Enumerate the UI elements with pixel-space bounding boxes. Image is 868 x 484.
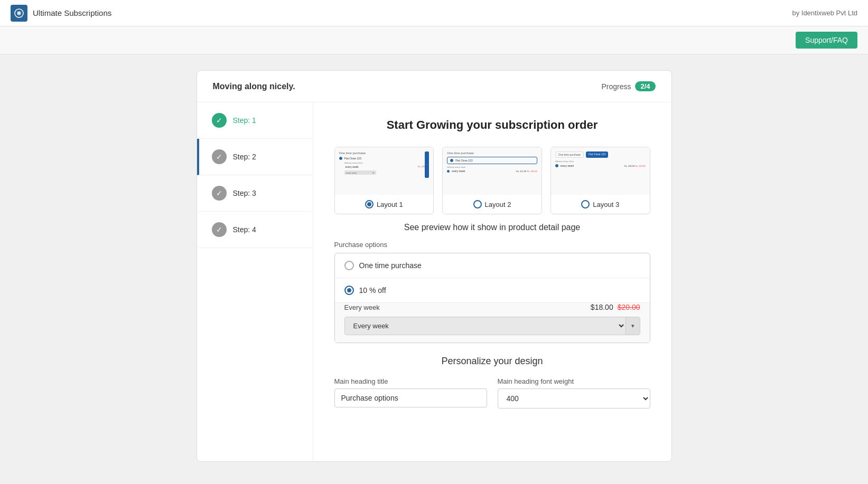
brand-name: Ultimate Subscriptions [33,8,111,17]
step4-check-icon: ✓ [212,222,227,237]
personalize-title: Personalize your design [334,356,650,367]
layout-card-2[interactable]: One time purchase Flat Close 123 deliver… [442,147,542,214]
frequency-select-wrap[interactable]: Every week Every 2 weeks Every month ▾ [344,317,640,335]
layout-card-1[interactable]: One time purchase Flat Close 123 deliver… [334,147,434,214]
vendor-label: by Identixweb Pvt Ltd [792,9,857,17]
progress-badge: 2/4 [635,81,655,91]
heading-title-group: Main heading title [334,377,487,409]
app-logo-icon [11,5,27,22]
price-display: $18.00 $20.00 [591,303,640,311]
layout1-preview: One time purchase Flat Close 123 deliver… [335,147,434,195]
select-arrow-icon: ▾ [626,317,640,335]
sidebar-item-step2[interactable]: ✓ Step: 2 [197,139,313,175]
progress-wrap: Progress 2/4 [601,81,655,91]
personalize-form-row: Main heading title Main heading font wei… [334,377,650,409]
panel-title: Start Growing your subscription order [334,118,650,132]
sidebar-item-step3[interactable]: ✓ Step: 3 [197,175,313,212]
heading-title-input[interactable] [334,388,487,407]
layout3-radio-label: Layout 3 [593,201,619,208]
card-header-title: Moving along nicely. [213,82,295,91]
main-panel: Start Growing your subscription order On… [313,102,671,461]
svg-point-2 [18,12,20,14]
main-content: Moving along nicely. Progress 2/4 ✓ Step… [0,54,868,478]
layout2-radio[interactable] [473,200,482,208]
layout2-label-row[interactable]: Layout 2 [443,195,542,214]
subscription-sub-content: Every week $18.00 $20.00 Every week Ever… [335,303,650,343]
preview-subtitle: See preview how it show in product detai… [334,223,650,232]
main-card: Moving along nicely. Progress 2/4 ✓ Step… [197,70,672,462]
price-old: $20.00 [618,303,640,311]
step2-check-icon: ✓ [212,149,227,164]
freq-label: Every week [344,303,380,311]
font-weight-group: Main heading font weight 400 500 600 700 [498,377,650,409]
purchase-options-box: One time purchase 10 % off Every week $1… [334,253,650,343]
card-body: ✓ Step: 1 ✓ Step: 2 ✓ Step: 3 ✓ Step: 4 [197,102,671,461]
heading-title-label: Main heading title [334,377,487,385]
po-price-row: Every week $18.00 $20.00 [344,303,640,311]
step4-label: Step: 4 [233,225,256,234]
layout1-label-row[interactable]: Layout 1 [335,195,434,214]
layout-card-3[interactable]: One time purchase Flat Close 123 deliver… [550,147,650,214]
purchase-options-label: Purchase options [334,241,650,249]
po-row-one-time[interactable]: One time purchase [335,253,650,278]
top-nav: Ultimate Subscriptions by Identixweb Pvt… [0,0,868,26]
step3-label: Step: 3 [233,189,256,197]
step1-check-icon: ✓ [212,113,227,128]
subscription-radio[interactable] [344,286,354,295]
one-time-label: One time purchase [359,261,422,270]
support-faq-button[interactable]: Support/FAQ [796,32,857,49]
layouts-row: One time purchase Flat Close 123 deliver… [334,147,650,214]
support-bar: Support/FAQ [0,26,868,54]
layout3-label-row[interactable]: Layout 3 [551,195,650,214]
one-time-radio[interactable] [344,261,354,270]
font-weight-select[interactable]: 400 500 600 700 [498,388,650,409]
frequency-select[interactable]: Every week Every 2 weeks Every month [345,317,626,335]
card-header: Moving along nicely. Progress 2/4 [197,71,671,102]
step2-label: Step: 2 [233,153,256,161]
sidebar-item-step4[interactable]: ✓ Step: 4 [197,212,313,248]
nav-brand: Ultimate Subscriptions [11,5,111,22]
font-weight-label: Main heading font weight [498,377,650,385]
layout3-radio[interactable] [581,200,590,208]
layout1-radio-label: Layout 1 [377,201,403,208]
step3-check-icon: ✓ [212,186,227,201]
po-row-subscription[interactable]: 10 % off [335,278,650,303]
layout2-radio-label: Layout 2 [485,201,511,208]
sidebar-item-step1[interactable]: ✓ Step: 1 [197,102,313,139]
subscription-label: 10 % off [359,286,386,295]
progress-label: Progress [601,82,631,91]
step1-label: Step: 1 [233,116,256,125]
layout2-preview: One time purchase Flat Close 123 deliver… [443,147,542,195]
layout3-preview: One time purchase Flat Close 123 deliver… [551,147,650,195]
price-new: $18.00 [591,303,613,311]
layout1-radio[interactable] [365,200,374,208]
sidebar: ✓ Step: 1 ✓ Step: 2 ✓ Step: 3 ✓ Step: 4 [197,102,313,461]
